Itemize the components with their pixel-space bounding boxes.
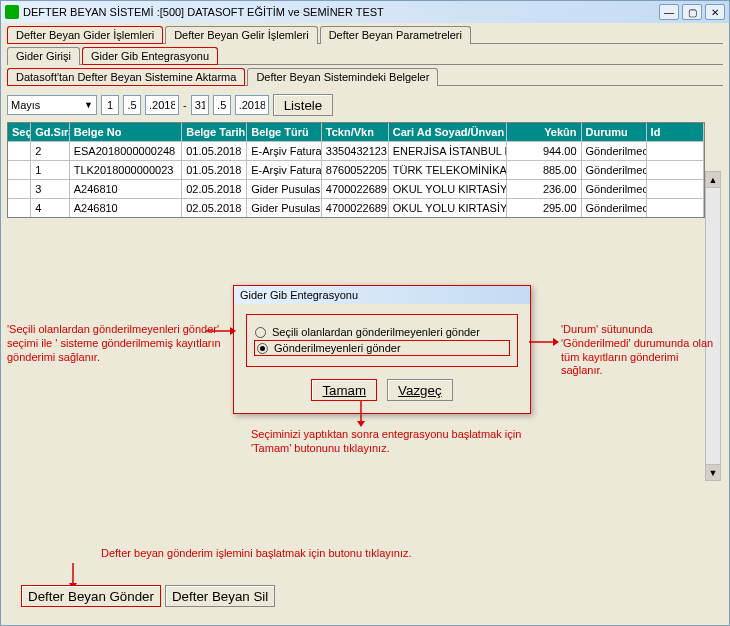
cell: 01.05.2018 [182,142,247,160]
date1-day[interactable] [101,95,119,115]
list-button[interactable]: Listele [273,94,334,116]
cell: 295.00 [507,199,582,217]
maximize-button[interactable]: ▢ [682,4,702,20]
cell [647,142,704,160]
cell: 4 [31,199,69,217]
radio-option-secili[interactable]: Seçili olanlardan gönderilmeyenleri gönd… [255,326,509,338]
table-row[interactable]: 3A24681002.05.2018Gider Pusulası47000226… [8,179,704,198]
window-title: DEFTER BEYAN SİSTEMİ :[500] DATASOFT EĞİ… [23,6,659,18]
table-row[interactable]: 4A24681002.05.2018Gider Pusulası47000226… [8,198,704,217]
cell [8,161,31,179]
col-sira[interactable]: Gd.Sıra [31,123,69,141]
cell: 4700022689 [322,180,389,198]
month-combo[interactable]: Mayıs ▼ [7,95,97,115]
tab-gelir-islemleri[interactable]: Defter Beyan Gelir İşlemleri [165,26,318,44]
table-row[interactable]: 1TLK201800000002301.05.2018E-Arşiv Fatur… [8,160,704,179]
cell: 236.00 [507,180,582,198]
col-cari[interactable]: Cari Ad Soyad/Ünvan [389,123,507,141]
col-sec[interactable]: Seç [8,123,31,141]
cell [647,180,704,198]
annotation-left: 'Seçili olanlardan gönderilmeyenleri gön… [7,323,227,364]
cell: A246810 [70,180,183,198]
cell: OKUL YOLU KIRTASİYE [389,199,507,217]
date2-mon[interactable] [213,95,231,115]
tab-gider-girisi[interactable]: Gider Girişi [7,47,80,65]
annotation-footer: Defter beyan gönderim işlemini başlatmak… [101,547,501,561]
date2-year[interactable] [235,95,269,115]
cell: Gönderilmedi [582,199,647,217]
cell: 3 [31,180,69,198]
annotation-bottom: Seçiminizi yaptıktan sonra entegrasyonu … [251,428,531,456]
cell: OKUL YOLU KIRTASİYE [389,180,507,198]
svg-marker-5 [357,421,365,427]
radio-icon-selected [257,343,268,354]
cell [8,142,31,160]
vertical-scrollbar[interactable]: ▲ ▼ [705,171,721,481]
cell: ENERJİSA İSTANBUL E [389,142,507,160]
cell: Gönderilmedi [582,180,647,198]
date1-mon[interactable] [123,95,141,115]
date2-day[interactable] [191,95,209,115]
col-id[interactable]: Id [647,123,704,141]
scroll-up-icon[interactable]: ▲ [706,172,720,188]
data-grid: Seç Gd.Sıra Belge No Belge Tarihi Belge … [7,122,705,218]
scroll-down-icon[interactable]: ▼ [706,464,720,480]
minimize-button[interactable]: — [659,4,679,20]
tab-gider-islemleri[interactable]: Defter Beyan Gider İşlemleri [7,26,163,44]
cell: 3350432123 [322,142,389,160]
arrow-right-icon [529,336,559,348]
col-yekun[interactable]: Yekûn [507,123,582,141]
cell: 4700022689 [322,199,389,217]
radio-group: Seçili olanlardan gönderilmeyenleri gönd… [246,314,518,367]
radio-label-1: Seçili olanlardan gönderilmeyenleri gönd… [272,326,480,338]
vazgec-button[interactable]: Vazgeç [387,379,452,401]
tab-datasoft-aktarma[interactable]: Datasoft'tan Defter Beyan Sistemine Akta… [7,68,245,86]
col-bno[interactable]: Belge No [70,123,183,141]
filter-row: Mayıs ▼ - Listele [7,94,723,116]
cell [8,180,31,198]
cell: 02.05.2018 [182,180,247,198]
footer-buttons: Defter Beyan Gönder Defter Beyan Sil [21,585,275,607]
sub-tabstrip-1: Gider Girişi Gider Gib Entegrasyonu [7,46,723,65]
cell: Gönderilmedi [582,142,647,160]
annotation-right: 'Durum' sütununda 'Gönderilmedi' durumun… [561,323,721,378]
cell: 02.05.2018 [182,199,247,217]
radio-label-2: Gönderilmeyenleri gönder [274,342,401,354]
cell: Gider Pusulası [247,180,322,198]
cell: 2 [31,142,69,160]
tab-sistem-belgeler[interactable]: Defter Beyan Sistemindeki Belgeler [247,68,438,86]
col-btur[interactable]: Belge Türü [247,123,322,141]
cell: 01.05.2018 [182,161,247,179]
cell: A246810 [70,199,183,217]
tab-parametreleri[interactable]: Defter Beyan Parametreleri [320,26,471,44]
tab-gider-gib-entegrasyonu[interactable]: Gider Gib Entegrasyonu [82,47,218,65]
col-tckn[interactable]: Tckn/Vkn [322,123,389,141]
cell [647,161,704,179]
cell: Gider Pusulası [247,199,322,217]
col-durum[interactable]: Durumu [582,123,647,141]
main-tabstrip: Defter Beyan Gider İşlemleri Defter Beya… [7,25,723,44]
cell: TLK2018000000023 [70,161,183,179]
tamam-button[interactable]: Tamam [311,379,377,401]
close-button[interactable]: ✕ [705,4,725,20]
table-row[interactable]: 2ESA201800000024801.05.2018E-Arşiv Fatur… [8,141,704,160]
delete-button[interactable]: Defter Beyan Sil [165,585,275,607]
titlebar: DEFTER BEYAN SİSTEMİ :[500] DATASOFT EĞİ… [1,1,729,23]
svg-marker-3 [553,338,559,346]
arrow-right-icon [206,325,236,337]
month-combo-value: Mayıs [11,99,40,111]
grid-header: Seç Gd.Sıra Belge No Belge Tarihi Belge … [8,123,704,141]
send-button[interactable]: Defter Beyan Gönder [21,585,161,607]
col-btar[interactable]: Belge Tarihi [182,123,247,141]
cell: E-Arşiv Fatura [247,142,322,160]
cell: TÜRK TELEKOMİNİKAS [389,161,507,179]
cell: 8760052205 [322,161,389,179]
cell: 885.00 [507,161,582,179]
chevron-down-icon: ▼ [84,100,93,110]
integration-dialog: Gider Gib Entegrasyonu Seçili olanlardan… [233,285,531,414]
radio-option-gonderilmeyen[interactable]: Gönderilmeyenleri gönder [255,341,509,355]
cell [647,199,704,217]
radio-icon [255,327,266,338]
date1-year[interactable] [145,95,179,115]
app-window: DEFTER BEYAN SİSTEMİ :[500] DATASOFT EĞİ… [0,0,730,626]
